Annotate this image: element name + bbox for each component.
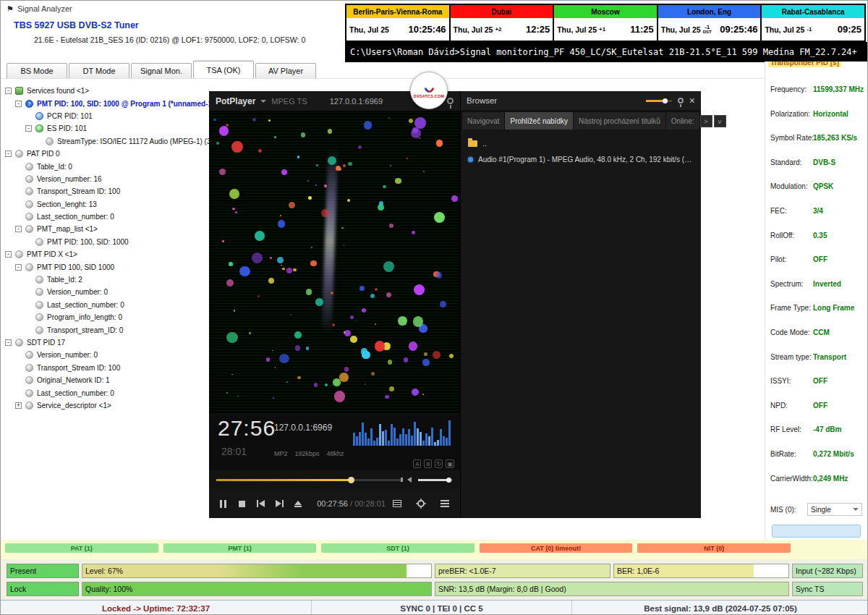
- collapse-icon[interactable]: -: [15, 264, 22, 271]
- collapse-icon[interactable]: -: [15, 101, 22, 107]
- parent-folder-item[interactable]: ..: [468, 137, 694, 150]
- tree-item[interactable]: -PMT_map_list <1>: [2, 223, 209, 235]
- transponder-rows: Frequency:11599,337 MHzPolarization:Hori…: [770, 79, 867, 492]
- ball-icon: [35, 288, 43, 296]
- expand-icon[interactable]: +: [15, 402, 22, 409]
- viz-dot: [350, 315, 354, 319]
- tree-item[interactable]: -Original_Network ID: 1: [2, 374, 209, 386]
- previous-button[interactable]: [252, 494, 270, 513]
- playlist-button[interactable]: [387, 494, 407, 513]
- pin-icon[interactable]: [447, 98, 454, 104]
- tree-item[interactable]: -Section_lenght: 13: [2, 198, 209, 211]
- tree-item[interactable]: -PMT PID X <1>: [2, 248, 209, 260]
- pause-icon: [220, 500, 226, 508]
- mini-icon-[interactable]: ↻: [435, 459, 443, 468]
- browser-volume-slider[interactable]: [646, 100, 672, 102]
- collapse-icon[interactable]: -: [5, 88, 12, 94]
- mis-select[interactable]: Single: [807, 503, 862, 516]
- viz-dot: [388, 117, 391, 119]
- tree-item[interactable]: -Last_section_number: 0: [2, 299, 209, 311]
- pause-button[interactable]: [215, 494, 232, 513]
- transponder-row-label: CarrierWidth:: [770, 475, 813, 483]
- tree-item[interactable]: -Transport_Stream ID: 100: [2, 362, 209, 374]
- viz-dot: [348, 162, 352, 166]
- tree-item-label: Last_section_number: 0: [37, 389, 114, 397]
- player-visualization[interactable]: [209, 111, 460, 414]
- viz-dot: [308, 196, 312, 200]
- collapse-icon[interactable]: -: [5, 150, 12, 157]
- tree-item[interactable]: -Table_Id: 2: [2, 273, 209, 286]
- chevron-down-icon[interactable]: [260, 100, 266, 103]
- ts-structure-tree[interactable]: -Services found <1>-?PMT PID: 100, SID: …: [2, 80, 209, 529]
- tab-dt-mode[interactable]: DT Mode: [69, 63, 129, 78]
- tree-item[interactable]: -Table_Id: 0: [2, 160, 209, 172]
- browser-titlebar[interactable]: Browser ×: [461, 91, 701, 110]
- next-button[interactable]: [271, 494, 288, 513]
- tree-item[interactable]: -ES PID: 101: [2, 122, 209, 135]
- viz-dot: [375, 341, 385, 351]
- ball-icon: [25, 175, 33, 183]
- transponder-standard: Standard:DVB-S: [770, 152, 867, 177]
- mini-icon-b[interactable]: B: [424, 459, 432, 468]
- volume-bar[interactable]: [418, 479, 453, 481]
- tree-item[interactable]: -Transport_Stream ID: 100: [2, 185, 209, 198]
- tree-item[interactable]: -Version_number: 0: [2, 349, 209, 361]
- browser-tab-n-stroj-proch-zen-titulk[interactable]: Nástroj procházení titulků: [574, 112, 665, 130]
- browser-list-item[interactable]: Audio #1(Program 1) - MPEG Audio, 48.0 k…: [468, 152, 694, 166]
- tree-item[interactable]: -PMT PID 100, SID 1000: [2, 260, 209, 273]
- tree-item[interactable]: -Last_section_number: 0: [2, 386, 209, 399]
- tree-item[interactable]: -Last_section_number: 0: [2, 211, 209, 223]
- collapse-icon[interactable]: -: [5, 251, 12, 258]
- tree-item[interactable]: -Program_info_length: 0: [2, 311, 209, 323]
- panel-button[interactable]: [772, 525, 861, 538]
- browser-tab-navigovat[interactable]: Navigovat: [462, 112, 504, 130]
- tab-signal-mon[interactable]: Signal Mon.: [131, 63, 192, 78]
- speaker-icon[interactable]: [407, 477, 412, 483]
- tree-item[interactable]: -Services found <1>: [2, 85, 209, 97]
- tree-item[interactable]: -?PMT PID: 100, SID: 1000 @ Program 1 (*…: [2, 97, 209, 109]
- tab-av-player[interactable]: AV Player: [255, 63, 316, 78]
- close-icon[interactable]: ×: [689, 96, 695, 106]
- viz-dot: [436, 140, 443, 146]
- browser-tab-online[interactable]: Online:: [666, 112, 699, 130]
- pin-icon[interactable]: [678, 98, 684, 103]
- tree-item[interactable]: -PMT PID: 100, SID: 1000: [2, 236, 209, 248]
- window-title: Signal Analyzer: [17, 4, 72, 13]
- spectrum-bar: [402, 428, 404, 446]
- seek-knob[interactable]: [348, 477, 354, 483]
- tree-item[interactable]: -StreamType: ISO/IEC 11172 Audio (MPEG-1…: [2, 135, 209, 148]
- viz-dot: [422, 359, 429, 365]
- chevron-right-icon[interactable]: >: [700, 115, 712, 127]
- tree-item[interactable]: -Version_number: 0: [2, 286, 209, 298]
- tree-item[interactable]: -PCR PID: 101: [2, 110, 209, 122]
- settings-button[interactable]: [411, 494, 430, 513]
- menu-button[interactable]: [435, 494, 454, 513]
- viz-dot: [273, 397, 274, 399]
- tree-item[interactable]: -Transport_stream_ID: 0: [2, 323, 209, 336]
- mini-icon-[interactable]: ▣: [446, 459, 454, 468]
- tree-item-label: Original_Network ID: 1: [37, 376, 110, 384]
- chevron-down-icon[interactable]: v: [714, 115, 726, 127]
- collapse-icon[interactable]: -: [15, 226, 22, 232]
- viz-dot: [232, 208, 234, 210]
- snr-bar: SNR: 13,5 dB (Margin: 8,0 dB | Good): [435, 582, 789, 596]
- browser-volume-knob[interactable]: [663, 98, 668, 103]
- tree-item[interactable]: -Version_number: 16: [2, 173, 209, 185]
- tab-bs-mode[interactable]: BS Mode: [7, 63, 67, 78]
- window-titlebar: ⚑ Signal Analyzer: [1, 1, 341, 17]
- ball-icon: [35, 238, 43, 246]
- tab-tsa-ok[interactable]: TSA (OK): [193, 61, 254, 78]
- collapse-icon[interactable]: -: [25, 125, 32, 132]
- browser-tab-prohl-e-nab-dky[interactable]: Prohlížeč nabídky: [505, 112, 573, 130]
- bitrate-label: 192kbps: [295, 450, 320, 457]
- tree-item[interactable]: +Service_descriptor <1>: [2, 399, 209, 412]
- volume-knob[interactable]: [446, 478, 451, 483]
- stop-button[interactable]: [234, 494, 251, 513]
- open-button[interactable]: [289, 494, 307, 513]
- collapse-icon[interactable]: -: [5, 339, 12, 346]
- seek-bar[interactable]: [216, 479, 401, 481]
- mini-icon-a[interactable]: A: [413, 459, 421, 468]
- tree-item[interactable]: -SDT PID 17: [2, 336, 209, 349]
- tree-item[interactable]: -PAT PID 0: [2, 148, 209, 160]
- transponder-panel: Transponder PID [s] Frequency:11599,337 …: [765, 62, 868, 540]
